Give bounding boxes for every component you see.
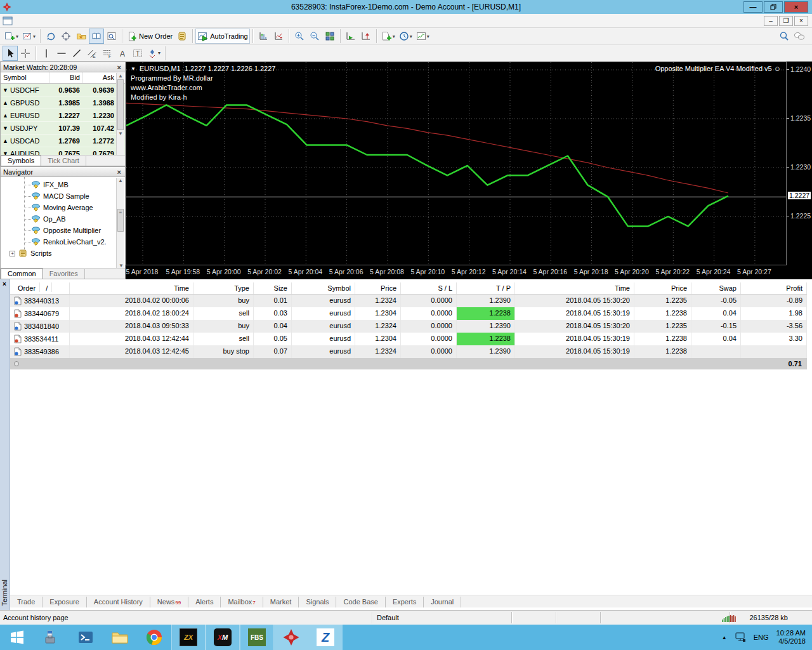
metatrader-app-button[interactable] bbox=[274, 625, 308, 650]
chart-shift-button[interactable] bbox=[43, 29, 58, 44]
table-row[interactable]: 383534411 2018.04.03 12:42:44 sell 0.05 … bbox=[10, 333, 807, 345]
close-icon[interactable]: × bbox=[116, 63, 122, 71]
symbol-row[interactable]: ▼USDCHF 0.9636 0.9639 bbox=[1, 84, 125, 96]
column-size[interactable]: Size bbox=[254, 282, 292, 294]
column-close-time[interactable]: Time bbox=[515, 282, 634, 294]
new-chart-button[interactable]: ▾ bbox=[3, 29, 20, 44]
text-tool-button[interactable]: A bbox=[115, 46, 130, 61]
column-order[interactable]: Order / bbox=[10, 282, 70, 294]
chart-plot-area[interactable]: ▼ EURUSD,M1 1.2227 1.2227 1.2226 1.2227 … bbox=[126, 62, 787, 265]
profiles-button[interactable]: ▾ bbox=[20, 29, 37, 44]
table-row[interactable]: 383440313 2018.04.02 00:00:06 buy 0.01 e… bbox=[10, 295, 807, 307]
navigator-item[interactable]: RenkoLiveChart_v2. bbox=[1, 236, 125, 248]
zoom-out-button[interactable] bbox=[307, 29, 322, 44]
navigator-item[interactable]: MACD Sample bbox=[1, 190, 125, 202]
server-manager-button[interactable] bbox=[34, 625, 69, 650]
zx-app-button[interactable]: ZX bbox=[171, 625, 206, 650]
child-minimize-button[interactable]: – bbox=[764, 16, 778, 26]
timeframe-button[interactable] bbox=[263, 47, 280, 60]
child-close-button[interactable]: × bbox=[794, 16, 808, 26]
navigator-item[interactable]: IFX_MB bbox=[1, 179, 125, 190]
network-icon[interactable] bbox=[735, 632, 746, 642]
timeframe-button[interactable] bbox=[228, 47, 245, 60]
price-axis[interactable]: 1.2227 1.22401.22351.22301.2225 bbox=[787, 62, 812, 265]
navigator-item[interactable]: Opposite Multiplier bbox=[1, 225, 125, 236]
symbol-row[interactable]: ▼USDJPY 107.39 107.42 bbox=[1, 122, 125, 135]
xm-app-button[interactable]: XM bbox=[206, 625, 240, 650]
menu-item[interactable] bbox=[55, 19, 67, 23]
scripts-button[interactable] bbox=[174, 29, 190, 44]
terminal-tab[interactable]: Market bbox=[263, 597, 299, 607]
language-indicator[interactable]: ENG bbox=[754, 633, 769, 641]
terminal-tab[interactable]: Trade bbox=[10, 597, 43, 607]
terminal-tab[interactable]: Experts bbox=[386, 597, 424, 607]
market-watch-header[interactable]: Market Watch: 20:28:09 × bbox=[1, 62, 125, 72]
column-tp[interactable]: T / P bbox=[457, 282, 515, 294]
symbol-row[interactable]: ▲EURUSD 1.2227 1.2230 bbox=[1, 109, 125, 122]
file-explorer-button[interactable] bbox=[103, 625, 137, 650]
timeframe-button[interactable] bbox=[192, 47, 209, 60]
market-watch-scrollbar[interactable]: ▲▼ bbox=[116, 73, 124, 156]
zoom-in-button[interactable] bbox=[292, 29, 307, 44]
equidistant-channel-button[interactable]: E bbox=[84, 46, 100, 61]
navigator-item-scripts[interactable]: + Scripts bbox=[1, 248, 125, 259]
autotrading-button[interactable]: AutoTrading bbox=[195, 29, 250, 44]
column-close-price[interactable]: Price bbox=[634, 282, 691, 294]
data-window-button[interactable] bbox=[104, 29, 119, 44]
timeframe-button[interactable] bbox=[299, 47, 316, 60]
chart-shift-end-button[interactable] bbox=[358, 29, 374, 44]
fibonacci-button[interactable]: F bbox=[100, 46, 115, 61]
tab-favorites[interactable]: Favorites bbox=[43, 269, 85, 279]
new-order-button[interactable]: New Order bbox=[125, 29, 174, 44]
templates-button[interactable]: ▾ bbox=[379, 29, 397, 44]
z-app-button[interactable]: Z bbox=[308, 625, 343, 650]
tab-symbols[interactable]: Symbols bbox=[1, 156, 41, 166]
menu-item[interactable] bbox=[67, 19, 80, 23]
column-price[interactable]: Price bbox=[355, 282, 401, 294]
timeframe-button[interactable] bbox=[210, 47, 227, 60]
menu-item[interactable] bbox=[29, 19, 42, 23]
favorites-button[interactable]: ★ bbox=[74, 29, 89, 44]
chat-button[interactable] bbox=[792, 29, 807, 44]
vertical-line-button[interactable] bbox=[39, 46, 54, 61]
menu-item[interactable] bbox=[93, 19, 105, 23]
time-axis[interactable]: 5 Apr 20185 Apr 19:585 Apr 20:005 Apr 20… bbox=[126, 265, 787, 279]
auto-scroll-button[interactable] bbox=[343, 29, 358, 44]
market-watch-button[interactable] bbox=[89, 29, 104, 44]
crosshair-mode-button[interactable] bbox=[58, 29, 74, 44]
column-ask[interactable]: Ask bbox=[83, 72, 117, 83]
chart-type-bars-button[interactable] bbox=[256, 29, 271, 44]
symbol-row[interactable]: ▲GBPUSD 1.3985 1.3988 bbox=[1, 96, 125, 109]
start-button[interactable] bbox=[0, 625, 34, 650]
restore-button[interactable] bbox=[764, 1, 783, 13]
status-profile[interactable]: Default bbox=[377, 614, 399, 621]
timeframe-button[interactable] bbox=[317, 47, 334, 60]
chrome-button[interactable] bbox=[137, 625, 171, 650]
close-icon[interactable]: × bbox=[116, 168, 122, 176]
menu-item[interactable] bbox=[16, 19, 29, 23]
column-bid[interactable]: Bid bbox=[50, 72, 83, 83]
tray-expand-icon[interactable]: ▲ bbox=[722, 635, 727, 640]
minimize-button[interactable]: — bbox=[743, 1, 763, 13]
timeframe-button[interactable] bbox=[246, 47, 263, 60]
column-time[interactable]: Time bbox=[70, 282, 193, 294]
arrows-tool-button[interactable]: ▾ bbox=[145, 46, 162, 61]
powershell-button[interactable] bbox=[69, 625, 103, 650]
terminal-tab[interactable]: Exposure bbox=[43, 597, 86, 607]
column-type[interactable]: Type bbox=[193, 282, 254, 294]
chart-type-line-button[interactable] bbox=[271, 29, 286, 44]
trendline-button[interactable] bbox=[69, 46, 84, 61]
fbs-app-button[interactable]: FBS bbox=[240, 625, 274, 650]
tab-tick-chart[interactable]: Tick Chart bbox=[41, 156, 86, 166]
terminal-tab[interactable]: Alerts bbox=[188, 597, 221, 607]
table-row[interactable]: 383481840 2018.04.03 09:50:33 buy 0.04 e… bbox=[10, 320, 807, 333]
child-restore-button[interactable]: ❐ bbox=[779, 16, 793, 26]
tray-clock[interactable]: 10:28 AM 4/5/2018 bbox=[776, 629, 806, 646]
cursor-button[interactable] bbox=[3, 46, 18, 61]
text-label-button[interactable]: T bbox=[130, 46, 145, 61]
tab-common[interactable]: Common bbox=[1, 269, 43, 279]
navigator-scrollbar[interactable]: ▲≡▼ bbox=[116, 178, 124, 269]
menu-item[interactable] bbox=[80, 19, 93, 23]
tile-windows-button[interactable] bbox=[322, 29, 337, 44]
close-icon[interactable]: × bbox=[3, 281, 6, 288]
